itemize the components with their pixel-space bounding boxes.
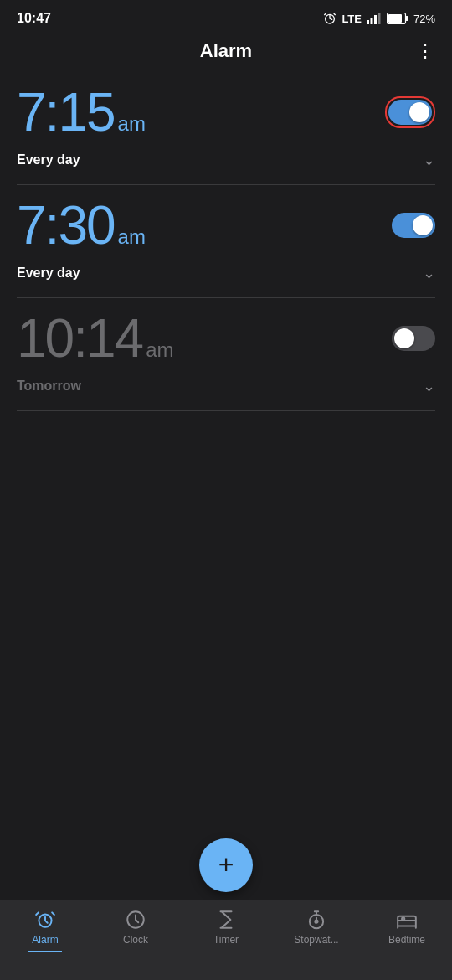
alarm-hour-2: 7:30 bbox=[17, 195, 115, 255]
overflow-menu-button[interactable]: ⋮ bbox=[416, 40, 435, 62]
svg-rect-16 bbox=[398, 921, 416, 926]
add-alarm-button[interactable]: + bbox=[199, 838, 253, 892]
bottom-nav: Alarm Clock Timer Stopwat... bbox=[0, 900, 452, 980]
chevron-down-icon-2: ⌄ bbox=[423, 264, 435, 282]
nav-item-clock[interactable]: Clock bbox=[102, 909, 169, 946]
svg-rect-3 bbox=[367, 20, 369, 24]
nav-item-timer[interactable]: Timer bbox=[193, 909, 259, 946]
svg-rect-9 bbox=[388, 14, 402, 23]
battery-percentage: 72% bbox=[413, 13, 435, 25]
battery-icon bbox=[387, 13, 408, 24]
alarm-toggle-1[interactable] bbox=[388, 100, 432, 125]
alarm-schedule-row-1[interactable]: Every day ⌄ bbox=[17, 142, 435, 179]
svg-line-11 bbox=[36, 912, 39, 915]
alarm-toggle-highlight-1 bbox=[385, 96, 435, 128]
alarm-time-2[interactable]: 7:30am bbox=[17, 199, 146, 252]
status-time: 10:47 bbox=[17, 11, 51, 26]
svg-rect-5 bbox=[374, 15, 377, 24]
nav-label-alarm: Alarm bbox=[32, 934, 58, 946]
alarm-item-3: 10:14am Tomorrow ⌄ bbox=[17, 298, 435, 411]
svg-rect-8 bbox=[405, 16, 408, 21]
alarm-item-1: 7:15am Every day ⌄ bbox=[17, 72, 435, 185]
lte-indicator: LTE bbox=[342, 13, 362, 25]
alarm-row-1: 7:15am bbox=[17, 85, 435, 139]
page-title: Alarm bbox=[200, 40, 252, 62]
top-bar: Alarm ⋮ bbox=[0, 34, 452, 72]
nav-label-bedtime: Bedtime bbox=[388, 934, 425, 946]
alarm-schedule-row-3[interactable]: Tomorrow ⌄ bbox=[17, 369, 435, 405]
alarm-ampm-3: am bbox=[146, 338, 173, 361]
stopwatch-nav-icon bbox=[306, 909, 327, 931]
nav-label-clock: Clock bbox=[123, 934, 148, 946]
timer-nav-icon bbox=[215, 909, 237, 931]
nav-item-alarm[interactable]: Alarm bbox=[12, 909, 79, 952]
alarm-status-icon bbox=[323, 12, 336, 25]
clock-nav-icon bbox=[125, 909, 146, 931]
alarm-list: 7:15am Every day ⌄ 7:30am E bbox=[0, 72, 452, 411]
alarm-schedule-label-1: Every day bbox=[17, 152, 80, 168]
alarm-schedule-label-2: Every day bbox=[17, 266, 80, 281]
nav-item-bedtime[interactable]: Bedtime bbox=[373, 909, 440, 946]
toggle-thumb-2 bbox=[413, 215, 433, 235]
alarm-nav-icon bbox=[34, 909, 56, 931]
alarm-item-2: 7:30am Every day ⌄ bbox=[17, 185, 435, 298]
status-bar: 10:47 LTE 72% bbox=[0, 0, 452, 34]
alarm-schedule-row-2[interactable]: Every day ⌄ bbox=[17, 255, 435, 292]
svg-point-17 bbox=[402, 917, 404, 920]
alarm-schedule-label-3: Tomorrow bbox=[17, 379, 81, 394]
nav-label-timer: Timer bbox=[213, 934, 239, 946]
svg-line-12 bbox=[52, 912, 54, 915]
alarm-ampm-2: am bbox=[118, 225, 146, 248]
toggle-thumb-1 bbox=[409, 102, 429, 122]
alarm-hour-1: 7:15 bbox=[17, 82, 115, 142]
alarm-ampm-1: am bbox=[118, 112, 146, 135]
toggle-thumb-3 bbox=[394, 328, 414, 348]
active-tab-indicator bbox=[28, 951, 62, 952]
alarm-time-3[interactable]: 10:14am bbox=[17, 312, 174, 365]
svg-line-2 bbox=[334, 13, 336, 15]
chevron-down-icon-3: ⌄ bbox=[423, 377, 435, 395]
plus-icon: + bbox=[218, 851, 234, 878]
signal-icon bbox=[367, 13, 382, 24]
nav-item-stopwatch[interactable]: Stopwat... bbox=[283, 909, 350, 946]
alarm-toggle-2[interactable] bbox=[392, 213, 435, 238]
bedtime-nav-icon bbox=[396, 909, 418, 931]
alarm-hour-3: 10:14 bbox=[17, 308, 142, 369]
nav-label-stopwatch: Stopwat... bbox=[294, 934, 338, 946]
svg-rect-6 bbox=[378, 13, 380, 24]
alarm-time-1[interactable]: 7:15am bbox=[17, 85, 146, 139]
svg-line-1 bbox=[325, 13, 326, 15]
alarm-row-3: 10:14am bbox=[17, 312, 435, 365]
alarm-toggle-3[interactable] bbox=[392, 326, 435, 351]
svg-rect-4 bbox=[370, 18, 372, 24]
status-icons: LTE 72% bbox=[323, 12, 435, 25]
chevron-down-icon-1: ⌄ bbox=[423, 151, 435, 169]
alarm-row-2: 7:30am bbox=[17, 199, 435, 252]
